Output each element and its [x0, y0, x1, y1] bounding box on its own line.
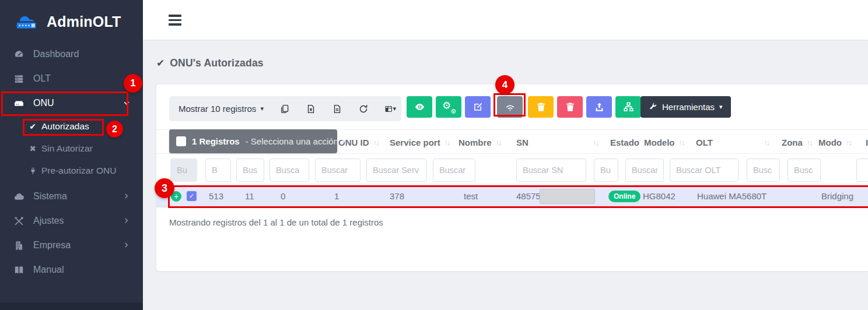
- cell-port: 0: [281, 185, 285, 207]
- refresh-icon: [358, 104, 369, 114]
- sidebar-item-olt[interactable]: OLT: [0, 66, 143, 91]
- cell-modelo: HG8042: [643, 185, 676, 207]
- view-onu-button[interactable]: [407, 96, 432, 118]
- upload-button[interactable]: [586, 96, 612, 118]
- sidebar-item-sin-autorizar[interactable]: ✖ Sin Autorizar: [0, 138, 143, 160]
- sidebar-item-label: ONU: [33, 98, 54, 108]
- sitemap-icon: [623, 101, 634, 112]
- file-excel-icon: [306, 104, 316, 114]
- copy-icon: [279, 104, 290, 114]
- copy-button[interactable]: [279, 103, 290, 115]
- cell-service-port: 378: [390, 185, 404, 207]
- sidebar-item-empresa[interactable]: Empresa: [0, 233, 143, 258]
- search-modo-input[interactable]: [788, 158, 821, 182]
- eye-icon: [414, 101, 425, 112]
- book-icon: [13, 264, 24, 276]
- select-all-checkbox[interactable]: [176, 136, 186, 146]
- column-header-estado[interactable]: Estado: [610, 130, 639, 154]
- trash-icon: [536, 101, 547, 112]
- refresh-button[interactable]: [358, 103, 369, 115]
- trash-icon: [565, 101, 576, 112]
- sidebar-item-dashboard[interactable]: Dashboard: [0, 42, 143, 66]
- search-modelo-input[interactable]: [625, 158, 664, 182]
- annotation-badge-4: 4: [495, 75, 514, 94]
- column-header-nombre[interactable]: Nombre↑↓: [459, 130, 501, 154]
- delete-onu-button[interactable]: [528, 96, 554, 118]
- sidebar-item-sistema[interactable]: Sistema: [0, 184, 143, 209]
- page-heading: ✔ ONU's Autorizadas: [156, 57, 264, 69]
- search-port-input[interactable]: [236, 158, 264, 182]
- annotation-badge-1: 1: [124, 74, 142, 93]
- menu-toggle-button[interactable]: [169, 15, 181, 26]
- export-file-button[interactable]: [332, 103, 342, 115]
- building-icon: [13, 239, 24, 251]
- network-map-button[interactable]: [615, 96, 641, 118]
- table-row[interactable]: + ✓ 513 11 0 1 378 test 485754 Online HG…: [156, 185, 868, 207]
- search-extra-input[interactable]: [856, 158, 868, 182]
- column-header-sn[interactable]: SN↑↓: [516, 130, 598, 154]
- edit-onu-button[interactable]: [465, 96, 491, 118]
- sidebar-item-manual[interactable]: Manual: [0, 258, 143, 282]
- search-board-input[interactable]: [205, 158, 231, 182]
- columns-visibility-button[interactable]: ▾: [384, 103, 396, 115]
- annotation-badge-3: 3: [155, 178, 174, 198]
- check-icon: ✔: [156, 57, 164, 69]
- selected-count: 1 Registros: [192, 136, 240, 146]
- force-delete-onu-button[interactable]: [557, 96, 583, 118]
- annotation-badge-2: 2: [106, 121, 123, 138]
- cloud-router-logo-icon: [12, 8, 42, 35]
- sidebar-item-onu[interactable]: ONU: [0, 91, 143, 115]
- wifi-config-button[interactable]: [497, 96, 523, 118]
- search-onu-id-input[interactable]: [270, 158, 309, 182]
- column-header-cut[interactable]: I: [866, 130, 868, 154]
- show-entries-select[interactable]: Mostrar 10 registros ▾: [178, 104, 264, 114]
- wrench-icon: [649, 103, 657, 111]
- search-sn-input[interactable]: [516, 158, 586, 182]
- search-nombre-input[interactable]: [433, 158, 475, 182]
- wifi-icon: [505, 101, 516, 112]
- sidebar-item-pre-autorizar[interactable]: Pre-autorizar ONU: [0, 160, 143, 182]
- search-zona-input[interactable]: [747, 158, 780, 182]
- x-icon: ✖: [28, 144, 37, 153]
- search-estado-input[interactable]: [594, 158, 618, 182]
- sidebar-subitem-label: Sin Autorizar: [41, 143, 93, 154]
- upload-icon: [594, 101, 605, 112]
- column-header-modo[interactable]: Modo↑↓: [818, 130, 851, 154]
- sort-icon: ↑↓: [444, 138, 450, 147]
- sidebar-item-ajustes[interactable]: Ajustes: [0, 209, 143, 233]
- sidebar-item-label: Empresa: [33, 240, 71, 251]
- sidebar-item-label: Sistema: [33, 191, 67, 202]
- cell-nombre: test: [464, 185, 478, 207]
- adminolt-app: AdminOLT Dashboard OLT ONU ✔ Autor: [0, 0, 868, 310]
- edit-icon: [473, 101, 484, 112]
- select-action-dropdown[interactable]: - Selecciona una acción ▾: [246, 136, 345, 146]
- caret-down-icon: ▾: [260, 105, 264, 112]
- plug-icon: [28, 167, 37, 175]
- configure-onu-button[interactable]: ⚙⚙: [436, 96, 461, 118]
- column-header-service-port[interactable]: Service port↑↓: [390, 130, 450, 154]
- chevron-right-icon: [123, 217, 130, 224]
- sort-icon: ↑↓: [846, 138, 851, 147]
- cloud-icon: [13, 191, 24, 202]
- search-olt-input[interactable]: [670, 158, 738, 182]
- column-header-zona[interactable]: Zona↑↓: [782, 130, 812, 154]
- status-badge: Online: [608, 191, 640, 202]
- tools-dropdown-button[interactable]: Herramientas ▾: [640, 96, 731, 118]
- column-header-modelo[interactable]: Modelo↑↓: [644, 130, 684, 154]
- search-service-port-input[interactable]: [366, 158, 427, 182]
- chevron-right-icon: [123, 242, 130, 249]
- search-input[interactable]: [315, 158, 360, 182]
- app-logo[interactable]: AdminOLT: [0, 0, 143, 41]
- column-header-olt[interactable]: OLT↑↓: [696, 130, 769, 154]
- gears-icon: ⚙⚙: [442, 101, 455, 113]
- selection-action-bar: 1 Registros - Selecciona una acción ▾: [169, 129, 337, 153]
- sidebar: AdminOLT Dashboard OLT ONU ✔ Autor: [0, 0, 143, 310]
- cell-board: 11: [245, 185, 254, 207]
- export-excel-button[interactable]: [306, 103, 316, 115]
- sidebar-item-label: Dashboard: [33, 49, 79, 59]
- sn-redaction-box: [540, 189, 595, 204]
- row-checkbox[interactable]: ✓: [187, 191, 197, 201]
- check-icon: ✔: [28, 122, 37, 131]
- sidebar-item-label: Manual: [33, 265, 64, 275]
- tools-icon: [13, 215, 24, 227]
